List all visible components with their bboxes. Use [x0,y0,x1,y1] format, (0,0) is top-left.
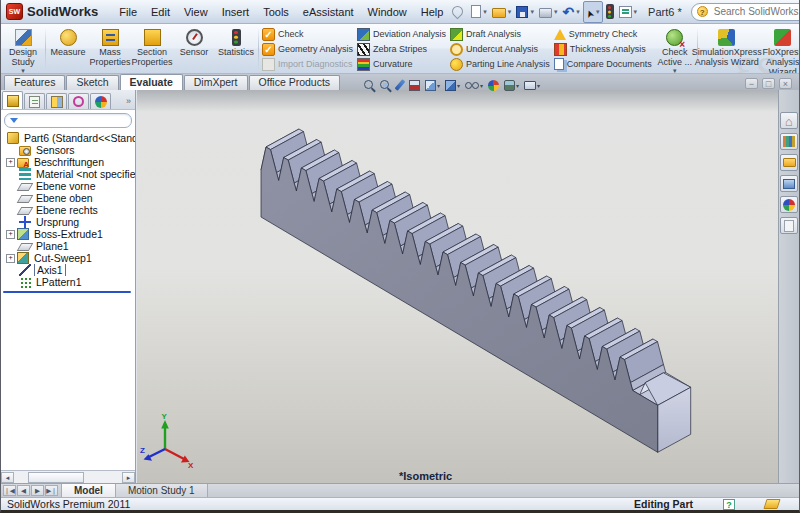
tree-item-lpattern1[interactable]: LPattern1 [1,276,135,288]
scrollbar-thumb[interactable] [28,472,84,483]
previous-view-button[interactable] [395,79,405,91]
tree-item-ursprung[interactable]: Ursprung [1,216,135,228]
tab-nav-next-button[interactable]: ▶ [31,485,44,496]
tree-item-material-not-specified[interactable]: Material <not specified> [1,168,135,180]
dropdown-arrow[interactable]: ▾ [537,82,540,89]
dropdown-arrow[interactable]: ▾ [530,8,534,16]
dropdown-arrow[interactable]: ▾ [554,8,558,16]
propertymanager-tab[interactable] [24,93,45,109]
menu-eassistant[interactable]: eAssistant [296,3,361,21]
tree-item-ebene-vorne[interactable]: Ebene vorne [1,180,135,192]
tree-item-ebene-oben[interactable]: Ebene oben [1,192,135,204]
feature-tree-filter[interactable] [4,113,132,128]
tab-dimxpert[interactable]: DimXpert [184,75,248,90]
model-rack-gear[interactable] [261,129,691,452]
expander-icon[interactable]: + [6,158,15,167]
tree-item-part6-standard-standard[interactable]: Part6 (Standard<<Standard>_ [1,132,135,144]
dropdown-arrow[interactable]: ▾ [516,82,519,89]
dimxpertmanager-tab[interactable] [68,93,89,109]
ribbon-button-mass-properties[interactable]: Mass Properties [89,26,131,72]
tab-office-products[interactable]: Office Products [249,75,341,90]
ribbon-button-check-active[interactable]: Check Active ... ▾ [654,26,696,72]
solidworks-resources-button[interactable] [780,112,798,129]
display-style-button[interactable]: ▾ [444,80,461,91]
open-button[interactable]: ▾ [490,2,514,22]
ribbon-button-zebra-stripes[interactable]: Zebra Stripes [357,43,446,56]
ribbon-button-parting-line-analysis[interactable]: Parting Line Analysis [450,58,550,71]
ribbon-button-compare-documents[interactable]: Compare Documents [554,58,652,71]
hide-show-items-button[interactable]: ▾ [464,81,484,90]
tab-model[interactable]: Model [61,484,116,497]
tree-item-sensors[interactable]: Sensors [1,144,135,156]
view-palette-button[interactable] [780,175,798,192]
menu-edit[interactable]: Edit [144,3,177,21]
ribbon-button-section-properties[interactable]: Section Properties [131,26,173,72]
ribbon-button-measure[interactable]: Measure [47,26,89,72]
view-settings-button[interactable]: ▾ [523,81,541,90]
dropdown-arrow[interactable]: ▾ [457,82,460,89]
menu-help[interactable]: Help [414,3,451,21]
search-input[interactable] [712,5,800,18]
tab-sketch[interactable]: Sketch [66,75,118,90]
ribbon-button-undercut-analysis[interactable]: Undercut Analysis [450,43,550,56]
menu-view[interactable]: View [177,3,215,21]
document-minimize-button[interactable]: − [745,78,758,89]
dropdown-arrow[interactable]: ▾ [480,82,483,89]
scroll-left-arrow[interactable]: ◂ [1,472,14,483]
panel-overflow-chevron[interactable]: » [126,96,134,109]
save-button[interactable]: ▾ [514,2,536,22]
ribbon-button-statistics[interactable]: Statistics [215,26,257,72]
appearances-scenes-button[interactable] [780,196,798,213]
ribbon-button-curvature[interactable]: Curvature [357,58,446,71]
search-box[interactable]: ? ▾ [691,3,800,21]
tab-motion-study-1[interactable]: Motion Study 1 [116,484,208,497]
file-explorer-button[interactable] [780,154,798,171]
ribbon-button-deviation-analysis[interactable]: Deviation Analysis [357,28,446,41]
dropdown-arrow[interactable]: ▾ [483,8,487,16]
tab-features[interactable]: Features [4,75,65,90]
tree-item-axis1[interactable]: Axis1 [1,264,135,276]
dropdown-arrow[interactable]: ▾ [634,8,638,16]
scroll-right-arrow[interactable]: ▸ [122,472,135,483]
configurationmanager-tab[interactable] [46,93,67,109]
ribbon-button-check[interactable]: Check [262,28,353,41]
zoom-fit-button[interactable] [363,79,376,91]
dropdown-arrow[interactable]: ▾ [576,8,580,16]
quick-tip-help-icon[interactable]: ? [723,499,735,510]
tab-nav-last-button[interactable]: ▶❘ [45,485,58,496]
ribbon-button-symmetry-check[interactable]: Symmetry Check [554,28,652,41]
undo-button[interactable]: ▾ [560,2,581,22]
ribbon-button-thickness-analysis[interactable]: Thickness Analysis [554,43,652,56]
tag-icon[interactable] [763,499,780,509]
tree-item-cut-sweep1[interactable]: +Cut-Sweep1 [1,252,135,264]
apply-scene-button[interactable]: ▾ [503,80,520,91]
zoom-area-button[interactable] [379,79,392,91]
tree-item-boss-extrude1[interactable]: +Boss-Extrude1 [1,228,135,240]
tab-nav-first-button[interactable]: ❘◀ [3,485,16,496]
menu-file[interactable]: File [112,3,144,21]
tab-evaluate[interactable]: Evaluate [120,74,183,90]
rebuild-button[interactable] [604,2,616,22]
menu-tools[interactable]: Tools [256,3,296,21]
ribbon-button-geometry-analysis[interactable]: Geometry Analysis [262,43,353,56]
ribbon-button-simulationxpress-analysis-wizard[interactable]: SimulationXpress Analysis Wizard [699,26,755,72]
view-orientation-button[interactable]: ▾ [424,80,441,91]
featuremanager-tab[interactable] [2,91,23,109]
ribbon-button-draft-analysis[interactable]: Draft Analysis [450,28,550,41]
sidebar-horizontal-scrollbar[interactable]: ◂ ▸ [1,470,135,483]
edit-appearance-button[interactable] [487,80,500,91]
rollback-bar[interactable] [3,291,131,293]
ribbon-button-sensor[interactable]: Sensor [173,26,215,72]
menu-window[interactable]: Window [361,3,414,21]
menu-insert[interactable]: Insert [215,3,257,21]
graphics-viewport[interactable]: Y X Z *Isometric [137,90,799,483]
section-view-button[interactable] [408,80,421,91]
options-button[interactable]: ▾ [617,2,640,22]
new-document-button[interactable]: ▾ [469,2,489,22]
select-cursor-button[interactable]: ▾ [583,1,603,23]
tree-item-plane1[interactable]: Plane1 [1,240,135,252]
feature-tree-filter-input[interactable] [21,115,126,127]
tree-item-ebene-rechts[interactable]: Ebene rechts [1,204,135,216]
custom-properties-button[interactable] [780,217,798,234]
dropdown-arrow[interactable]: ▾ [437,82,440,89]
